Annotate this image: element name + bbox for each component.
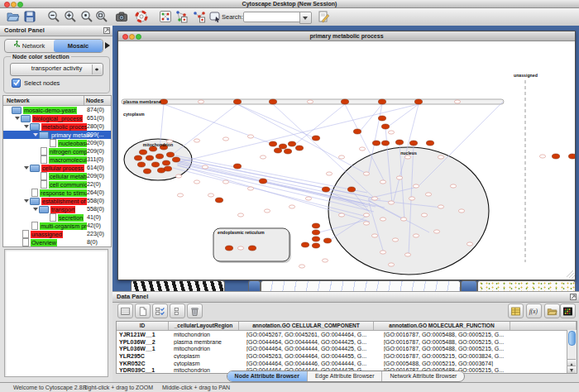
status-text: Right-click + drag to ZOOM (83, 383, 153, 392)
tree-row[interactable]: establishment of lo558(0) (3, 197, 111, 205)
region-label: plasma membrane (123, 99, 161, 104)
scrollbar-thumb[interactable] (568, 331, 576, 346)
float-panel-icon[interactable] (570, 294, 577, 300)
tree-row[interactable]: multi-organism pro42(0) (3, 222, 111, 230)
table-cell: [GO:0016787, GO:0005488, GO:0005215, G..… (381, 346, 520, 351)
file-icon (50, 139, 56, 147)
column-header[interactable]: annotation.GO MOLECULAR_FUNCTION (374, 322, 510, 330)
camera-icon[interactable] (115, 10, 128, 23)
region-label: nucleus (400, 151, 417, 155)
tree-row[interactable]: cellular metabo209(0) (3, 172, 111, 180)
tab-label: Mosaic (68, 41, 89, 51)
table-row[interactable]: YJR121W__1mitochondrion[GO:0045267, GO:0… (117, 331, 577, 338)
table-scrollbar[interactable] (567, 330, 577, 373)
search-input[interactable] (243, 12, 303, 22)
table-cell: [GO:0016787, GO:0005215, GO:0003824, G..… (381, 353, 520, 359)
tab-node-attribute-browser[interactable]: Node Attribute Browser (227, 371, 308, 381)
attr-grid-icon[interactable] (117, 304, 133, 318)
background-window-edge[interactable] (461, 280, 477, 291)
new-doc-icon[interactable] (135, 304, 151, 318)
column-header[interactable]: annotation.GO CELLULAR_COMPONENT (239, 322, 374, 330)
network-name: establishment of lo (41, 198, 93, 205)
layout-nodes-icon[interactable] (175, 10, 188, 23)
fx-icon[interactable]: f(x) (526, 304, 542, 318)
background-window-thumbnail[interactable] (477, 280, 576, 291)
network-name: nitrogen compo (49, 148, 92, 155)
tree-row[interactable]: cell communicat22(0) (3, 180, 111, 189)
tree-row[interactable]: mosaic-demo-yeast874(0) (3, 106, 111, 114)
node-count: 8(0) (87, 238, 111, 246)
table-row[interactable]: YKR052Ccytoplasm[GO:0044464, GO:0044446,… (117, 360, 577, 367)
search-label: Search: (222, 13, 243, 21)
trash-icon[interactable] (187, 304, 203, 318)
table-cell: [GO:0045263, GO:0044464, GO:0044455, G..… (244, 353, 381, 359)
select-nodes-row: Select nodes (12, 79, 60, 88)
tree-row[interactable]: metabolic process280(0) (3, 122, 111, 131)
tree-row[interactable]: Overview8(0) (3, 238, 111, 246)
background-window-edge[interactable] (248, 280, 261, 291)
zoom-out-icon[interactable] (47, 10, 60, 23)
save-icon[interactable] (23, 10, 36, 23)
birdseye-view-panel[interactable] (4, 249, 108, 377)
data-panel-toolbar: f(x) (112, 302, 579, 319)
folder-plain-icon[interactable] (544, 304, 560, 318)
background-window-thumbnail[interactable] (261, 280, 461, 291)
open-folder-icon[interactable] (7, 10, 20, 23)
dropdown-stepper-icon[interactable] (92, 65, 102, 74)
file-icon (31, 222, 38, 230)
list-plain-icon[interactable] (170, 304, 185, 318)
tab-edge-attribute-browser[interactable]: Edge Attribute Browser (308, 371, 383, 381)
control-panel-tab-bar: NetworkMosaic (4, 39, 103, 53)
svg-text:f(x): f(x) (529, 308, 538, 315)
network-canvas[interactable]: plasma membranecytoplasmmitochondrionnuc… (118, 41, 575, 280)
node-count: 874(0) (87, 106, 111, 114)
cytoscape-window: Cytoscape Desktop (New Session) Search: … (0, 0, 579, 392)
network-window-titlebar[interactable]: primary metabolic process (118, 31, 575, 41)
tab-mosaic[interactable]: Mosaic (54, 40, 103, 52)
float-panel-icon[interactable] (103, 27, 110, 34)
resize-grip-icon[interactable] (567, 270, 575, 279)
tree-row[interactable]: nitrogen compo209(0) (3, 147, 111, 155)
background-window-thumbnail[interactable] (131, 280, 225, 291)
table-row[interactable]: YPL036W__2plasma membrane[GO:0044464, GO… (117, 338, 577, 346)
tab-network-attribute-browser[interactable]: Network Attribute Browser (382, 371, 464, 381)
tree-row[interactable]: transport558(0) (3, 205, 111, 213)
help-ring-icon[interactable] (135, 10, 148, 23)
tree-row[interactable]: secretion41(0) (3, 213, 111, 222)
table-cell: YLR295C (117, 353, 171, 359)
network-window-title: primary metabolic process (118, 31, 575, 41)
tree-col-network[interactable]: Network (3, 96, 84, 105)
list-check-icon[interactable] (152, 304, 168, 318)
search-dropdown-icon[interactable] (299, 12, 312, 24)
table-row[interactable]: YPL036W__1mitochondrion[GO:0044464, GO:0… (117, 345, 577, 352)
network-overview-icon[interactable] (159, 10, 172, 23)
table-row[interactable]: YLR295Ccytoplasm[GO:0045263, GO:0044464,… (117, 352, 577, 360)
node-count: 614(0) (87, 164, 111, 172)
tree-row[interactable]: unassigned223(0) (3, 230, 111, 238)
tree-col-nodes[interactable]: Nodes (84, 96, 111, 105)
layout-nodes-alt-icon[interactable] (193, 10, 206, 23)
zoom-fit-icon[interactable] (80, 10, 93, 23)
tree-row[interactable]: macromolecule311(0) (3, 155, 111, 164)
heatmap-icon[interactable] (560, 304, 576, 318)
file-icon (50, 213, 56, 222)
node-color-dropdown[interactable]: transporter activity (10, 63, 103, 76)
tree-row[interactable]: cellular process614(0) (3, 164, 111, 172)
network-name: secretion (58, 214, 84, 222)
column-header[interactable]: _cellularLayoutRegion (169, 322, 239, 330)
table-yellow-icon[interactable] (508, 304, 524, 318)
node-count: 558(0) (87, 205, 111, 213)
tree-row[interactable]: response to stimul264(0) (3, 189, 111, 197)
tree-row[interactable]: primary metabo209(... (3, 131, 111, 139)
select-nodes-checkbox[interactable] (12, 79, 21, 88)
column-header[interactable]: ID (117, 322, 169, 330)
table-cell: mitochondrion (171, 346, 244, 351)
folder-icon (30, 123, 40, 131)
select-mode-icon[interactable] (208, 10, 222, 23)
zoom-selected-icon[interactable] (95, 10, 108, 23)
tab-network[interactable]: Network (5, 40, 54, 52)
tree-row[interactable]: nucleobase-209(0) (3, 139, 111, 147)
tree-row[interactable]: biological_process651(0) (3, 114, 111, 122)
zoom-in-icon[interactable] (64, 10, 77, 23)
annotate-icon[interactable] (317, 10, 330, 23)
